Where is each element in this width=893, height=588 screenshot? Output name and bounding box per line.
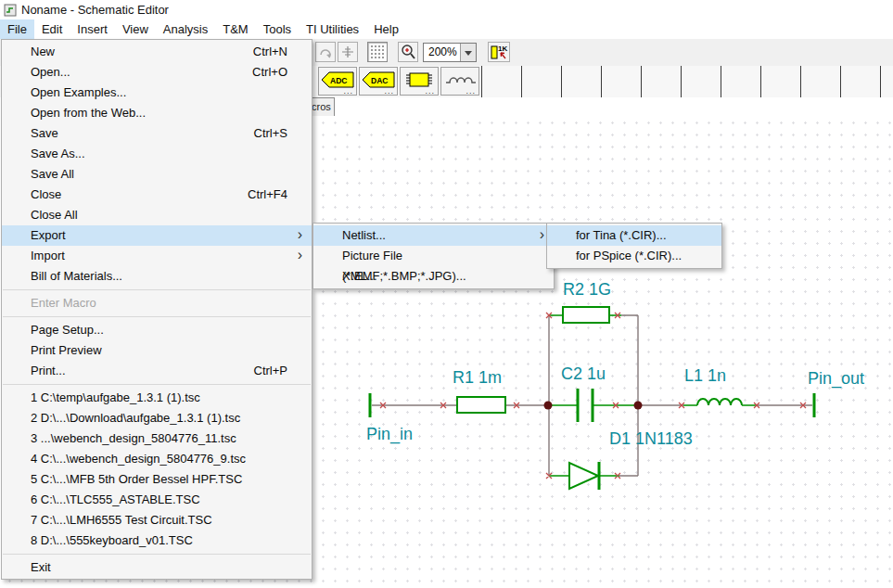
- file-menu: New Ctrl+N Open... Ctrl+O Open Examples.…: [1, 39, 313, 580]
- menu-item-recent-6[interactable]: 6 C:\...\TLC555_ASTABLE.TSC: [2, 490, 312, 510]
- menu-item-enter-macro: Enter Macro: [2, 293, 312, 313]
- menu-separator: [3, 384, 311, 385]
- svg-text:C2 1u: C2 1u: [561, 364, 606, 383]
- submenu-arrow-icon: ›: [298, 224, 302, 245]
- menu-item-new[interactable]: New Ctrl+N: [2, 42, 312, 62]
- svg-text:R2 1G: R2 1G: [563, 280, 611, 299]
- menu-item-close[interactable]: Close Ctrl+F4: [2, 185, 312, 205]
- menu-item-recent-2[interactable]: 2 D:\...\Download\aufgabe_1.3.1 (1).tsc: [2, 408, 312, 428]
- menu-item-page-setup[interactable]: Page Setup...: [2, 320, 312, 340]
- resistor-r1[interactable]: R1 1m: [453, 368, 505, 413]
- menu-item-recent-4[interactable]: 4 C:\...\webench_design_5804776_9.tsc: [2, 449, 312, 469]
- menu-item-netlist[interactable]: Netlist... ›: [313, 225, 554, 246]
- app-window: Noname - Schematic Editor File Edit Inse…: [0, 0, 893, 588]
- menu-item-open-from-web[interactable]: Open from the Web...: [2, 103, 312, 123]
- svg-text:Pin_in: Pin_in: [366, 425, 413, 444]
- menu-item-print[interactable]: Print... Ctrl+P: [2, 361, 312, 381]
- menu-separator: [3, 316, 311, 317]
- menu-item-recent-8[interactable]: 8 D:\...\555keyboard_v01.TSC: [2, 530, 312, 551]
- menu-item-exit[interactable]: Exit: [2, 557, 312, 578]
- capacitor-c2[interactable]: C2 1u: [561, 364, 606, 422]
- menu-item-import[interactable]: Import ›: [2, 246, 312, 266]
- resistor-r2[interactable]: R2 1G: [563, 280, 611, 323]
- menu-item-recent-3[interactable]: 3 ...\webench_design_5804776_11.tsc: [2, 428, 312, 449]
- svg-text:R1 1m: R1 1m: [453, 368, 502, 387]
- menu-separator: [3, 289, 311, 290]
- menu-item-for-pspice[interactable]: for PSpice (*.CIR)...: [547, 246, 721, 266]
- component-leads: [548, 315, 756, 476]
- svg-text:Pin_out: Pin_out: [808, 369, 864, 389]
- diode-d1[interactable]: D1 1N1183: [569, 429, 693, 490]
- export-submenu: Netlist... › Picture File (*.EMF;*.BMP;*…: [313, 223, 555, 289]
- svg-text:L1 1n: L1 1n: [684, 366, 726, 385]
- menu-item-for-tina[interactable]: for Tina (*.CIR)...: [547, 225, 721, 246]
- menu-item-close-all[interactable]: Close All: [2, 205, 312, 225]
- menu-item-save-as[interactable]: Save As...: [2, 144, 312, 164]
- menu-item-save[interactable]: Save Ctrl+S: [2, 123, 312, 144]
- menu-item-save-all[interactable]: Save All: [2, 164, 312, 185]
- netlist-submenu: for Tina (*.CIR)... for PSpice (*.CIR)..…: [546, 223, 722, 269]
- menu-item-print-preview[interactable]: Print Preview: [2, 340, 312, 361]
- svg-text:D1 1N1183: D1 1N1183: [609, 429, 693, 448]
- menu-item-open[interactable]: Open... Ctrl+O: [2, 62, 312, 83]
- menu-item-bill-of-materials[interactable]: Bill of Materials...: [2, 266, 312, 287]
- menu-separator: [3, 554, 311, 555]
- menu-item-recent-5[interactable]: 5 C:\...\MFB 5th Order Bessel HPF.TSC: [2, 469, 312, 490]
- menu-item-export[interactable]: Export ›: [2, 225, 312, 246]
- pin-in[interactable]: Pin_in: [366, 393, 413, 444]
- menu-item-open-examples[interactable]: Open Examples...: [2, 83, 312, 103]
- submenu-arrow-icon: ›: [298, 245, 302, 265]
- inductor-l1[interactable]: L1 1n: [684, 366, 742, 405]
- menu-item-recent-1[interactable]: 1 C:\temp\aufgabe_1.3.1 (1).tsc: [2, 388, 312, 408]
- menu-item-picture-file[interactable]: Picture File (*.EMF;*.BMP;*.JPG)...: [313, 246, 554, 266]
- submenu-arrow-icon: ›: [540, 224, 544, 245]
- menu-item-recent-7[interactable]: 7 C:\...\LMH6555 Test Circuit.TSC: [2, 510, 312, 530]
- menu-item-xml[interactable]: XML...: [313, 266, 554, 287]
- pin-out[interactable]: Pin_out: [808, 369, 864, 417]
